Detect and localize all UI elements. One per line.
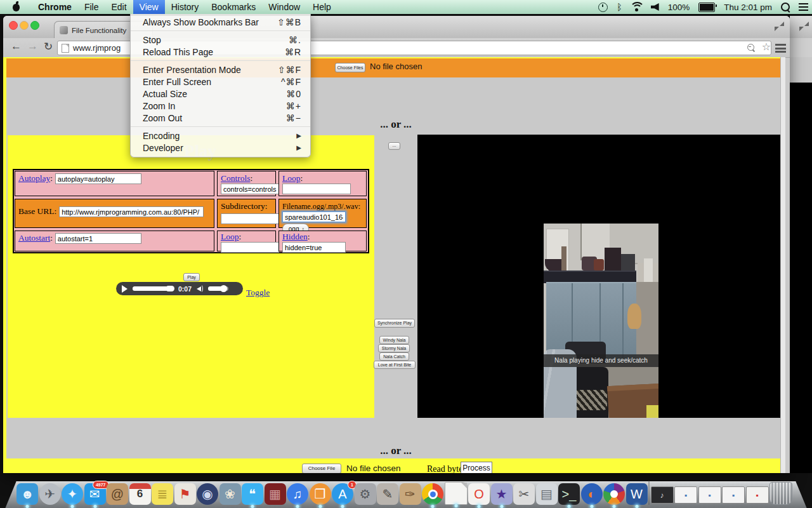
calendar[interactable]: 6: [129, 483, 151, 505]
notes[interactable]: ≣: [152, 483, 173, 505]
notification-center-icon[interactable]: [799, 3, 808, 11]
firefox[interactable]: ◐: [581, 483, 603, 505]
synchronize-play-button[interactable]: Synchronize Play: [374, 319, 415, 328]
loop-link[interactable]: Loop: [282, 173, 301, 183]
stormy-nala-button[interactable]: Stormy Nala: [378, 344, 410, 352]
base-url-input[interactable]: [59, 206, 204, 217]
menu-item-zoom-in[interactable]: Zoom In⌘+: [131, 100, 310, 112]
dvd-player[interactable]: ▦: [265, 483, 286, 505]
mail[interactable]: ✉4977: [84, 483, 106, 505]
photo-booth[interactable]: ◉: [197, 483, 218, 505]
menu-chrome[interactable]: Chrome: [32, 0, 78, 14]
fullscreen-icon[interactable]: [775, 22, 784, 31]
close-window-button[interactable]: [9, 21, 18, 30]
choose-file-button[interactable]: Choose File: [302, 464, 341, 473]
zoom-window-button[interactable]: [30, 21, 39, 30]
iweb[interactable]: ★: [491, 483, 513, 505]
menu-file[interactable]: File: [78, 0, 105, 14]
loop-input[interactable]: [282, 184, 351, 194]
firefox-minimized-window[interactable]: ▪: [746, 486, 769, 504]
toggle-link[interactable]: Toggle: [246, 288, 270, 298]
time-machine-icon[interactable]: [598, 3, 608, 12]
nala-catch-button[interactable]: Nala Catch: [379, 352, 409, 361]
launchpad[interactable]: ✈: [39, 483, 61, 505]
hidden-input[interactable]: [282, 242, 346, 253]
menu-help[interactable]: Help: [306, 0, 337, 14]
volume-slider[interactable]: [208, 286, 228, 291]
menu-item-enter-presentation-mode[interactable]: Enter Presentation Mode⇧⌘F: [131, 64, 310, 76]
autoplay-link[interactable]: Autoplay: [18, 173, 50, 183]
menu-item-developer[interactable]: Developer▶: [131, 142, 310, 154]
menu-edit[interactable]: Edit: [105, 0, 133, 14]
loop2-input[interactable]: [221, 242, 279, 253]
spotlight-icon[interactable]: [781, 3, 790, 11]
love-at-first-bite-button[interactable]: Love at First Bite: [374, 361, 416, 369]
trash[interactable]: [769, 482, 792, 505]
subdirectory-input[interactable]: [221, 213, 279, 224]
page-scrollbar[interactable]: [780, 57, 785, 473]
menu-view[interactable]: View: [133, 0, 165, 14]
menu-item-enter-full-screen[interactable]: Enter Full Screen^⌘F: [131, 76, 310, 88]
bluetooth-icon[interactable]: ᛒ: [617, 0, 622, 14]
back-button[interactable]: ←: [11, 40, 22, 53]
menu-clock[interactable]: Thu 2:01 pm: [724, 3, 772, 12]
word[interactable]: W: [626, 483, 648, 505]
controls-input[interactable]: [221, 184, 279, 194]
minimized-window[interactable]: ▪: [722, 486, 745, 504]
windy-nala-button[interactable]: Windy Nala: [379, 336, 409, 344]
safari[interactable]: ✦: [62, 483, 83, 505]
libreoffice[interactable]: [445, 482, 468, 505]
menu-item-actual-size[interactable]: Actual Size⌘0: [131, 88, 310, 100]
filename-input[interactable]: [282, 211, 346, 222]
contacts[interactable]: @: [107, 483, 128, 505]
menu-history[interactable]: History: [165, 0, 206, 14]
menu-item-zoom-out[interactable]: Zoom Out⌘−: [131, 112, 310, 124]
volume-icon[interactable]: [197, 284, 203, 293]
grab[interactable]: ✂: [513, 483, 535, 505]
play-button[interactable]: Play: [183, 273, 200, 281]
process-button[interactable]: Process: [461, 462, 492, 473]
forward-button[interactable]: →: [27, 40, 38, 53]
apple-menu[interactable]: [0, 0, 32, 14]
volume-menu-icon[interactable]: [651, 3, 659, 11]
menu-item-encoding[interactable]: Encoding▶: [131, 130, 310, 142]
audio-player[interactable]: 0:07: [116, 282, 243, 295]
menu-item-reload-this-page[interactable]: Reload This Page⌘R: [131, 46, 310, 58]
messages[interactable]: ❝: [242, 483, 263, 505]
autostart-input[interactable]: [55, 233, 141, 244]
battery-icon[interactable]: [698, 3, 715, 12]
opera[interactable]: O: [468, 483, 490, 505]
loop2-link[interactable]: Loop: [221, 232, 239, 241]
video-player[interactable]: Nala playing hide and seek/catch: [417, 135, 785, 418]
zoom-out-page-icon[interactable]: [747, 44, 754, 51]
gimp[interactable]: ✎: [377, 483, 398, 505]
audio-progress-slider[interactable]: [133, 286, 173, 291]
wifi-icon[interactable]: [635, 8, 638, 11]
choose-files-button[interactable]: Choose Files: [335, 63, 365, 72]
menu-item-stop[interactable]: Stop⌘.: [131, 34, 310, 46]
paint-app[interactable]: ✑: [400, 483, 421, 505]
preview[interactable]: ▤: [536, 483, 558, 505]
terminal[interactable]: >_: [558, 483, 580, 505]
minimized-window[interactable]: ▪: [674, 486, 697, 504]
ibooks[interactable]: ❐: [310, 483, 331, 505]
picasa[interactable]: [603, 483, 625, 505]
finder[interactable]: ☻: [16, 483, 38, 505]
itunes-minimized-window[interactable]: ♪: [651, 486, 674, 504]
menu-bookmarks[interactable]: Bookmarks: [205, 0, 262, 14]
itunes[interactable]: ♫: [287, 483, 308, 505]
maps[interactable]: ⚑: [174, 483, 196, 505]
autoplay-input[interactable]: [55, 173, 141, 184]
chrome[interactable]: [422, 483, 443, 505]
menu-item-always-show-bookmarks-bar[interactable]: Always Show Bookmarks Bar⇧⌘B: [131, 16, 310, 28]
chrome-menu-button[interactable]: [775, 44, 786, 53]
system-preferences[interactable]: ⚙: [355, 483, 376, 505]
minimized-window[interactable]: ▪: [698, 486, 721, 504]
minimize-window-button[interactable]: [20, 21, 29, 30]
background-window[interactable]: [790, 16, 812, 473]
iphoto[interactable]: ❀: [219, 483, 241, 505]
bookmark-star-icon[interactable]: ☆: [762, 43, 771, 51]
app-store[interactable]: A1: [332, 483, 353, 505]
more-button[interactable]: ...: [388, 142, 400, 150]
reload-button[interactable]: ↻: [44, 40, 53, 53]
